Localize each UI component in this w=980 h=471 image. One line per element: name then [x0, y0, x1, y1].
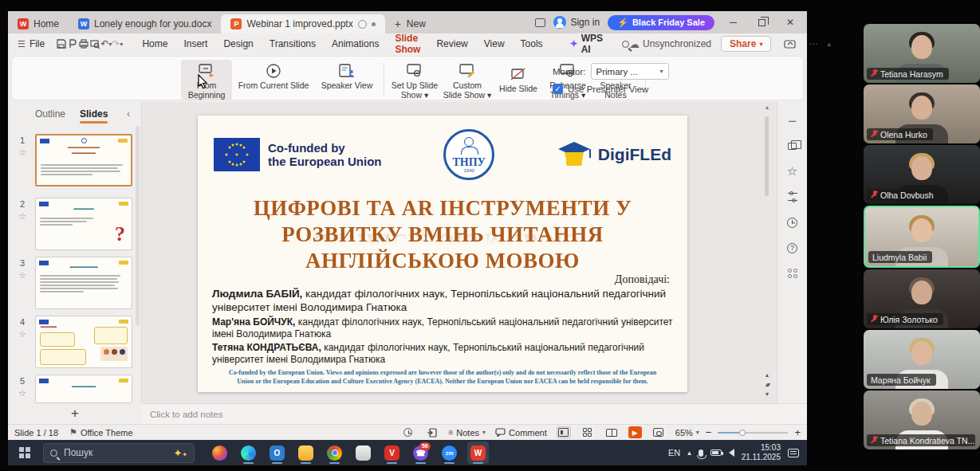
black-friday-sale-button[interactable]: ⚡ Black Friday Sale [608, 15, 714, 30]
zoom-level[interactable]: 65% ▾ [675, 428, 699, 438]
canvas-scrollbar[interactable]: ▴ ▴ ▴▾ ▾ [762, 104, 772, 402]
use-presenter-view-checkbox[interactable]: ✓ [553, 84, 563, 94]
file-menu[interactable]: ☰ File [8, 38, 45, 49]
reading-view-button[interactable] [604, 426, 619, 438]
timer-icon[interactable] [400, 426, 415, 438]
help-icon[interactable]: ? [785, 241, 800, 255]
slide-thumbnail-1[interactable]: ▬▬▬▬▬▬▬▬▬▬▬▬▬▬ [35, 134, 132, 186]
taskbar-gray-app-icon[interactable] [352, 442, 374, 464]
collapse-panel-icon[interactable]: ‹ [127, 108, 141, 120]
scroll-up-icon[interactable]: ▴ [762, 104, 772, 111]
from-current-slide-button[interactable]: From Current Slide [235, 60, 312, 100]
previous-slide-button[interactable]: ▴ [766, 371, 769, 379]
normal-view-button[interactable] [557, 426, 571, 438]
participant-tile-speaking[interactable]: Liudmyla Babii [864, 206, 980, 268]
battery-icon[interactable] [710, 449, 722, 456]
zoom-slider[interactable] [718, 432, 788, 434]
panel-scrollbar[interactable] [136, 126, 140, 325]
taskbar-file-explorer-icon[interactable] [295, 442, 317, 464]
notification-center-icon[interactable] [788, 449, 799, 457]
slide-thumbnail-4[interactable]: ▬▬▬▬ [35, 316, 132, 368]
hidden-icons-chevron[interactable]: ▴ [687, 449, 691, 457]
collapse-ribbon-icon[interactable]: ▴ [827, 40, 831, 48]
start-button[interactable] [13, 442, 37, 464]
menu-slide-show[interactable]: Slide Show [387, 30, 428, 57]
mic-tray-icon[interactable] [699, 449, 703, 457]
menu-review[interactable]: Review [428, 36, 475, 52]
notes-area[interactable]: Click to add notes [142, 403, 807, 424]
taskbar-copilot-icon[interactable] [209, 442, 230, 464]
slideshow-play-button[interactable]: ▶ [628, 426, 642, 438]
slide-nav-handle[interactable]: ▴▾ [766, 381, 769, 388]
history-clock-icon[interactable] [785, 215, 800, 230]
settings-sliders-icon[interactable] [785, 190, 800, 204]
star-icon[interactable]: ☆ [18, 329, 26, 340]
pages-icon[interactable] [785, 139, 800, 153]
export-pdf-button[interactable] [67, 37, 78, 51]
menu-animations[interactable]: Animations [324, 36, 387, 52]
quick-toolbar-more-icon[interactable]: ▾ [120, 37, 123, 51]
clock-tray[interactable]: 15:03 21.11.2025 [742, 443, 781, 463]
taskbar-v-app-icon[interactable]: V [381, 442, 403, 464]
participant-tile[interactable]: Olena Hurko [864, 84, 980, 143]
share-button[interactable]: Share ▾ [721, 36, 771, 52]
monitor-dropdown[interactable]: Primary ... ▾ [591, 63, 669, 80]
star-icon[interactable]: ☆ [18, 270, 26, 281]
collapse-rail-icon[interactable]: ─ [785, 113, 800, 128]
participant-tile[interactable]: Tetiana Harasym [864, 24, 980, 83]
tab-list-icon[interactable] [535, 18, 545, 27]
print-preview-button[interactable] [89, 37, 100, 51]
redo-button[interactable]: ↷ [112, 37, 120, 51]
hide-slide-button[interactable]: Hide Slide [495, 60, 541, 100]
screenshot-tool-icon[interactable] [781, 37, 798, 51]
star-icon[interactable]: ☆ [18, 147, 26, 158]
star-icon[interactable]: ☆ [18, 388, 26, 398]
taskbar-edge-icon[interactable] [238, 442, 259, 464]
slide-thumbnail-3[interactable]: ▬▬▬▬▬▬▬ [35, 257, 132, 309]
taskbar-viber-icon[interactable]: ☎56 [410, 442, 431, 464]
outline-tab[interactable]: Outline [35, 108, 65, 120]
minimize-button[interactable] [722, 14, 743, 30]
menu-wps-ai[interactable]: ✦ WPS AI [562, 30, 611, 57]
zoom-out-button[interactable]: − [706, 426, 712, 438]
more-options-icon[interactable]: ⋯ [808, 38, 817, 49]
taskbar-search[interactable]: Пошук ✦✦ [43, 443, 195, 463]
menu-transitions[interactable]: Transitions [262, 36, 324, 52]
next-slide-button[interactable]: ▾ [766, 391, 769, 398]
star-icon[interactable]: ☆ [18, 211, 26, 222]
sign-in-button[interactable]: Sign in [553, 16, 600, 29]
taskbar-wps-icon[interactable]: W [467, 442, 489, 464]
slides-tab[interactable]: Slides [80, 108, 108, 120]
slide-1[interactable]: Co-funded by the European Union ТНПУ 194… [198, 116, 687, 392]
slide-canvas[interactable]: Co-funded by the European Union ТНПУ 194… [142, 102, 777, 403]
language-indicator[interactable]: EN [668, 448, 680, 457]
zoom-in-button[interactable]: + [794, 426, 801, 438]
fit-screen-button[interactable] [651, 426, 666, 438]
participant-tile[interactable]: Юлія Золотько [864, 269, 980, 328]
speaker-view-button[interactable]: Speaker View [317, 60, 377, 100]
add-slide-button[interactable]: + [8, 403, 142, 424]
favorites-star-icon[interactable]: ☆ [785, 164, 800, 179]
comment-button[interactable]: Comment [495, 428, 547, 438]
theme-indicator[interactable]: ⚑ Office Theme [69, 427, 133, 438]
tab-session-icon[interactable] [358, 20, 367, 29]
notes-toggle[interactable]: ≡ Notes ▾ [448, 428, 486, 438]
custom-slide-show-button[interactable]: Custom Slide Show ▾ [443, 60, 492, 100]
tab-home[interactable]: W Home [8, 14, 69, 33]
taskbar-outlook-icon[interactable]: O [266, 442, 288, 464]
slide-thumbnail-5[interactable]: ▬▬▬▬▬▬ [35, 375, 132, 403]
menu-view[interactable]: View [476, 36, 513, 52]
print-button[interactable] [78, 37, 89, 51]
import-icon[interactable] [424, 426, 439, 438]
menu-design[interactable]: Design [215, 36, 261, 52]
taskbar-zoom-icon[interactable]: zm [439, 442, 460, 464]
set-up-slide-show-button[interactable]: Set Up Slide Show ▾ [390, 60, 439, 100]
restore-button[interactable] [751, 14, 772, 30]
participant-tile[interactable]: Tetiana Kondratieva TN... [864, 391, 980, 449]
menu-home[interactable]: Home [134, 36, 175, 52]
undo-button[interactable]: ↶▾ [100, 37, 112, 51]
save-button[interactable] [56, 37, 67, 51]
apps-grid-icon[interactable] [785, 266, 800, 281]
menu-insert[interactable]: Insert [175, 36, 215, 52]
tab-presentation[interactable]: P Webinar 1 improved.pptx [221, 14, 384, 33]
